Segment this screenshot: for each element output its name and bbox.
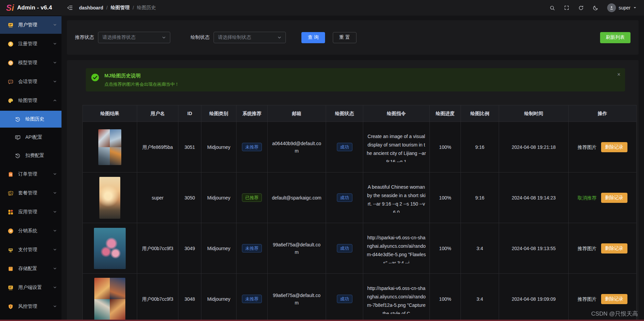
info-alert: MJ绘图历史说明 点击推荐的图片将会出现在画廊当中！ ×: [86, 68, 625, 91]
sidebar-item-register-management[interactable]: 注册管理: [0, 35, 61, 53]
user-menu[interactable]: super: [607, 3, 637, 12]
sidebar-subitem-billing-config[interactable]: 扣费配置: [0, 147, 61, 164]
delete-record-button[interactable]: 删除记录: [601, 193, 627, 203]
chevron-down-icon: [53, 60, 57, 65]
breadcrumb-drawing-management[interactable]: 绘图管理: [110, 5, 129, 11]
session-management-icon: [7, 79, 14, 85]
sidebar-item-label: 支付管理: [18, 247, 37, 253]
column-header: 绘图指令: [363, 105, 430, 122]
result-thumbnail[interactable]: [94, 228, 126, 269]
chevron-down-icon: [53, 79, 57, 84]
query-button[interactable]: 查 询: [301, 32, 325, 43]
cell-result: [82, 122, 137, 172]
reset-button[interactable]: 重 置: [333, 32, 356, 43]
cell-ratio: 9:16: [461, 122, 499, 172]
breadcrumb: dashboard / 绘图管理 / 绘图历史: [79, 5, 156, 11]
recommend-status-tag: 已推荐: [242, 193, 262, 202]
sidebar-item-user-management[interactable]: 用户管理: [0, 16, 61, 34]
chevron-down-icon: [53, 266, 57, 271]
table-header-row: 绘图结果用户名ID绘图类别系统推荐邮箱绘图状态绘图指令绘图进度绘图比例绘制时间操…: [82, 105, 637, 122]
column-header: 绘图比例: [461, 105, 499, 122]
app-logo: Si Admin - v6.4: [0, 0, 61, 16]
result-thumbnail[interactable]: [99, 177, 120, 219]
sidebar-item-drawing-management[interactable]: 绘图管理: [0, 92, 61, 109]
recommend-status-label: 推荐状态: [75, 34, 94, 41]
recommend-status-select[interactable]: 请选择推荐状态: [98, 32, 170, 43]
breadcrumb-separator: /: [106, 5, 108, 10]
cell-time: 2024-04-08 19:13:55: [499, 223, 569, 273]
prompt-text: http://sparkai-v6.oss-cn-shanghai.aliyun…: [367, 234, 426, 263]
chevron-down-icon: [277, 35, 281, 39]
draw-status-tag: 成功: [337, 143, 352, 151]
cell-ratio: 3:4: [461, 274, 499, 321]
draw-status-select[interactable]: 请选择绘制状态: [214, 32, 286, 43]
column-header: ID: [178, 105, 201, 122]
caret-down-icon: [633, 6, 637, 9]
draw-status-tag: 成功: [337, 244, 352, 252]
cell-category: Midjourney: [201, 172, 237, 223]
dark-mode-moon-icon[interactable]: [593, 5, 598, 11]
sidebar-item-storage-config[interactable]: 存储配置: [0, 260, 61, 277]
register-management-icon: [7, 41, 14, 47]
cell-category: Midjourney: [201, 122, 237, 172]
drawing-management-icon: [7, 98, 14, 104]
delete-record-button[interactable]: 删除记录: [601, 142, 627, 152]
delete-record-button[interactable]: 删除记录: [601, 294, 627, 304]
sidebar-item-label: 模型管理: [18, 60, 37, 66]
refresh-icon[interactable]: [578, 5, 584, 11]
close-icon[interactable]: ×: [617, 72, 620, 78]
sidebar-item-label: 分销系统: [18, 228, 37, 234]
sidebar-item-risk-management[interactable]: 风控管理: [0, 298, 61, 315]
refresh-list-button[interactable]: 刷新列表: [600, 32, 630, 43]
risk-management-icon: [7, 303, 14, 310]
fullscreen-icon[interactable]: [564, 5, 569, 10]
sidebar-item-distribution-system[interactable]: 分销系统: [0, 222, 61, 240]
sidebar-item-package-management[interactable]: 套餐管理: [0, 184, 61, 202]
recommend-image-button[interactable]: 推荐图片: [578, 295, 597, 303]
sidebar-item-label: 会话管理: [18, 79, 37, 85]
cell-progress: 100%: [430, 223, 461, 273]
result-thumbnail[interactable]: [98, 129, 121, 165]
column-header: 用户名: [137, 105, 178, 122]
draw-status-tag: 成功: [337, 295, 352, 303]
cancel-recommend-button[interactable]: 取消推荐: [578, 194, 597, 202]
recommend-image-button[interactable]: 推荐图片: [578, 245, 597, 252]
sidebar-item-label: 绘图管理: [18, 98, 37, 104]
recommend-image-button[interactable]: 推荐图片: [578, 143, 597, 151]
prompt-text: A beautiful Chinese woman by the seaside…: [367, 183, 426, 213]
sidebar: 用户管理注册管理模型管理会话管理绘图管理绘图历史API配置扣费配置订单管理套餐管…: [0, 16, 61, 321]
cell-id: 3048: [178, 274, 201, 321]
sidebar-item-client-settings[interactable]: 用户端设置: [0, 279, 61, 296]
cell-email: 99a6ef75a@default.com: [268, 274, 326, 321]
result-thumbnail[interactable]: [94, 278, 125, 320]
sidebar-item-session-management[interactable]: 会话管理: [0, 73, 61, 90]
sidebar-item-app-management[interactable]: 应用管理: [0, 203, 61, 221]
cell-recommend: 未推荐: [237, 274, 268, 321]
sidebar-subitem-api-config[interactable]: API配置: [0, 129, 61, 146]
storage-config-icon: [7, 266, 14, 272]
cell-progress: 100%: [430, 274, 461, 321]
search-icon[interactable]: [549, 5, 555, 11]
sidebar-item-order-management[interactable]: 订单管理: [0, 165, 61, 183]
main-content: 推荐状态 请选择推荐状态 绘制状态 请选择绘制状态 查 询 重 置 刷新列表 M…: [61, 16, 644, 321]
watermark: CSDN @只恨天高: [591, 310, 638, 318]
payment-management-icon: [7, 247, 14, 253]
cell-prompt: http://sparkai-v6.oss-cn-shanghai.aliyun…: [363, 274, 430, 321]
chevron-down-icon: [53, 209, 57, 215]
sidebar-item-model-management[interactable]: 模型管理: [0, 54, 61, 72]
distribution-system-icon: [7, 228, 14, 234]
column-header: 系统推荐: [237, 105, 268, 122]
cell-username: 用户00b7cc9f3: [137, 274, 178, 321]
delete-record-button[interactable]: 删除记录: [601, 243, 627, 253]
sidebar-subitem-drawing-history[interactable]: 绘图历史: [0, 111, 61, 128]
breadcrumb-dashboard[interactable]: dashboard: [79, 5, 103, 10]
cell-prompt: A beautiful Chinese woman by the seaside…: [363, 172, 430, 223]
cell-status: 成功: [326, 122, 363, 172]
drawing-history-icon: [14, 116, 21, 123]
cell-username: 用户fe869f5ba: [137, 122, 178, 172]
filter-bar: 推荐状态 请选择推荐状态 绘制状态 请选择绘制状态 查 询 重 置 刷新列表: [67, 20, 639, 55]
model-management-icon: [7, 60, 14, 66]
collapse-sidebar-icon[interactable]: [67, 5, 73, 11]
sidebar-item-label: 用户管理: [18, 22, 37, 28]
sidebar-item-payment-management[interactable]: 支付管理: [0, 241, 61, 259]
